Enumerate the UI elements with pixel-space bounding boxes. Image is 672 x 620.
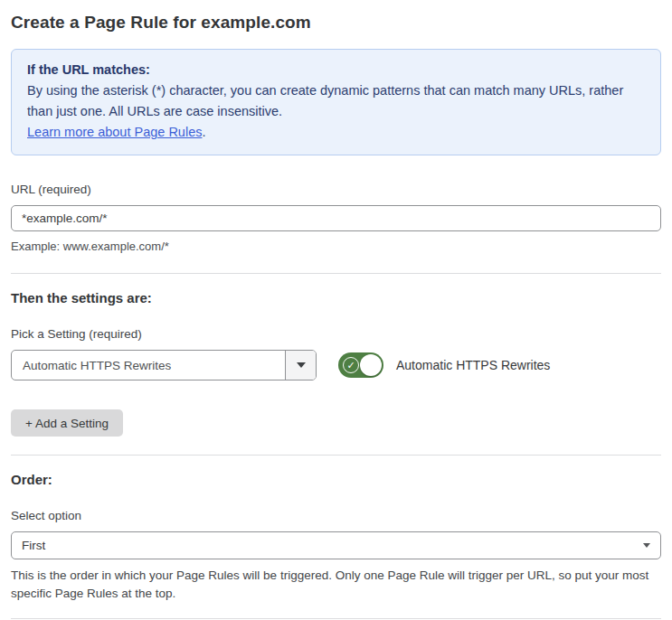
url-matches-info-box: If the URL matches: By using the asteris… [11, 49, 661, 155]
url-example-helper: Example: www.example.com/* [11, 238, 661, 255]
setting-row: Automatic HTTPS Rewrites ✓ Automatic HTT… [11, 350, 661, 380]
create-page-rule-form: Create a Page Rule for example.com If th… [0, 0, 672, 620]
info-box-heading: If the URL matches: [27, 60, 645, 80]
divider [11, 455, 661, 456]
info-box-body: By using the asterisk (*) character, you… [27, 80, 645, 143]
pick-setting-label: Pick a Setting (required) [11, 327, 661, 341]
page-title: Create a Page Rule for example.com [11, 13, 661, 33]
order-select[interactable]: First [11, 531, 661, 559]
url-input[interactable] [11, 205, 661, 231]
https-rewrites-toggle[interactable]: ✓ [338, 352, 383, 378]
check-icon: ✓ [343, 357, 359, 373]
add-setting-button[interactable]: + Add a Setting [11, 409, 123, 437]
info-box-body-text: By using the asterisk (*) character, you… [27, 83, 623, 118]
toggle-knob [360, 354, 382, 376]
setting-dropdown-value: Automatic HTTPS Rewrites [12, 351, 285, 380]
chevron-down-icon [297, 362, 306, 368]
select-option-label: Select option [11, 509, 661, 522]
divider [11, 618, 661, 619]
settings-section-heading: Then the settings are: [11, 290, 661, 305]
link-period: . [202, 125, 205, 139]
setting-dropdown[interactable]: Automatic HTTPS Rewrites [11, 350, 317, 380]
setting-toggle-group: ✓ Automatic HTTPS Rewrites [338, 352, 550, 378]
divider [11, 273, 661, 274]
setting-dropdown-arrow-button[interactable] [285, 351, 316, 380]
toggle-label: Automatic HTTPS Rewrites [396, 358, 550, 372]
order-helper-text: This is the order in which your Page Rul… [11, 567, 661, 603]
select-caret-icon [643, 543, 650, 548]
order-select-value: First [22, 539, 45, 552]
url-field-label: URL (required) [11, 183, 661, 196]
learn-more-link[interactable]: Learn more about Page Rules [27, 125, 202, 139]
order-section-heading: Order: [11, 472, 661, 487]
